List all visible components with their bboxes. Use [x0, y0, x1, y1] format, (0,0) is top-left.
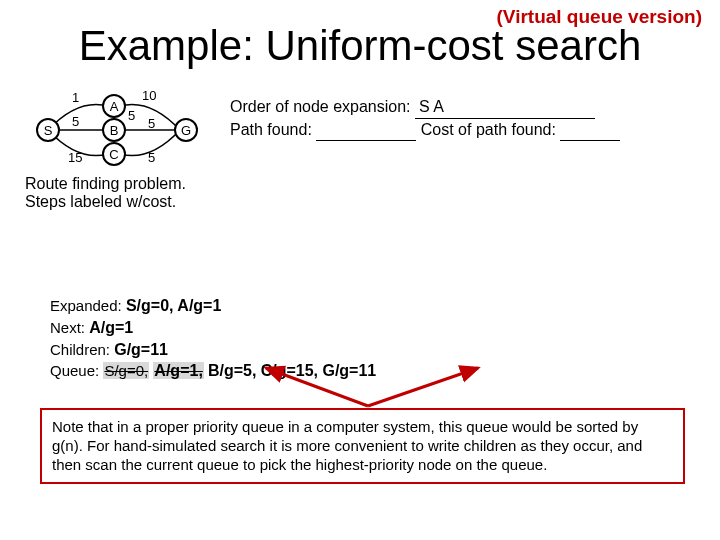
path-label: Path found: [230, 121, 312, 138]
children-label: Children: [50, 341, 110, 358]
svg-line-3 [266, 368, 368, 406]
edge-ag: 10 [142, 88, 156, 103]
cost-value [560, 119, 620, 142]
queue-item-2: A/g=1, [153, 362, 203, 379]
caption-l1: Route finding problem. [25, 175, 235, 193]
node-b: B [102, 118, 126, 142]
page-title: Example: Uniform-cost search [0, 22, 720, 70]
edge-sa: 1 [72, 90, 79, 105]
edge-cg: 5 [148, 150, 155, 165]
expanded-val: S/g=0, A/g=1 [126, 297, 221, 314]
note-text: Note that in a proper priority queue in … [52, 418, 642, 473]
answers-block: Order of node expansion: S A Path found:… [230, 96, 700, 141]
node-a: A [102, 94, 126, 118]
path-value [316, 119, 416, 142]
next-val: A/g=1 [89, 319, 133, 336]
queue-label: Queue: [50, 362, 99, 379]
node-s: S [36, 118, 60, 142]
order-value: S A [415, 96, 595, 119]
caption-l2: Steps labeled w/cost. [25, 193, 235, 211]
order-label: Order of node expansion: [230, 98, 411, 115]
priority-arrows-icon [248, 362, 488, 408]
cost-label: Cost of path found: [421, 121, 556, 138]
note-box: Note that in a proper priority queue in … [40, 408, 685, 484]
queue-item-1: S/g=0, [103, 362, 149, 379]
expanded-label: Expanded: [50, 297, 122, 314]
edge-sb: 5 [72, 114, 79, 129]
graph-caption: Route finding problem. Steps labeled w/c… [25, 175, 235, 211]
svg-line-4 [368, 368, 478, 406]
node-g: G [174, 118, 198, 142]
node-c: C [102, 142, 126, 166]
graph-diagram: S A B C G 1 5 15 10 5 5 5 [30, 90, 210, 170]
children-val: G/g=11 [114, 341, 168, 358]
edge-bg: 5 [148, 116, 155, 131]
next-label: Next: [50, 319, 85, 336]
edge-sc: 15 [68, 150, 82, 165]
edge-ab: 5 [128, 108, 135, 123]
